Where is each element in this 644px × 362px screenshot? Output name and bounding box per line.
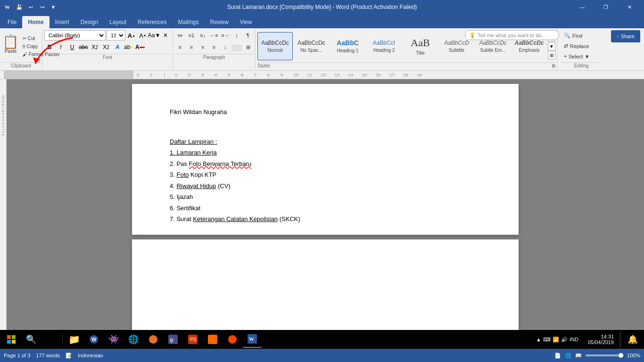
taskbar-app-8[interactable] bbox=[203, 331, 222, 348]
font-row-1: Calibri (Body) 11 A▲ A▼ Aa▼ ✕ bbox=[44, 30, 171, 41]
borders-btn[interactable]: ⊞ bbox=[243, 42, 253, 52]
multilevel-btn[interactable]: ≡↓ bbox=[198, 30, 208, 41]
style-title-label: Title bbox=[416, 50, 425, 56]
tab-review[interactable]: Review bbox=[204, 16, 234, 28]
taskbar-app-7[interactable]: PS bbox=[183, 331, 202, 348]
clear-formatting-btn[interactable]: ✕ bbox=[160, 30, 171, 41]
search-button[interactable]: 🔍 bbox=[22, 331, 41, 348]
underline-button[interactable]: U bbox=[67, 42, 77, 52]
document-page-2[interactable] bbox=[132, 239, 519, 334]
redo-qa-btn[interactable]: ↪ bbox=[37, 2, 47, 12]
page-info: Page 1 of 3 bbox=[4, 353, 30, 358]
tab-design[interactable]: Design bbox=[75, 16, 104, 28]
subscript-button[interactable]: X2 bbox=[90, 42, 100, 52]
task-view-button[interactable]: ⊟ bbox=[41, 331, 60, 348]
superscript-button[interactable]: X2 bbox=[101, 42, 111, 52]
tell-me-bar[interactable]: 💡 Tell me what you want to do... bbox=[465, 30, 559, 40]
paste-button[interactable]: 📋 Paste bbox=[2, 30, 19, 58]
font-grow-btn[interactable]: A▲ bbox=[126, 30, 137, 41]
decrease-indent-btn[interactable]: ←≡ bbox=[209, 30, 219, 41]
restore-btn[interactable]: ❐ bbox=[595, 0, 617, 14]
svg-point-15 bbox=[228, 335, 237, 344]
style-heading1[interactable]: AaBbC Heading 1 bbox=[330, 32, 365, 60]
increase-indent-btn[interactable]: ≡→ bbox=[220, 30, 231, 41]
tab-file[interactable]: File bbox=[2, 16, 22, 28]
tab-mailings[interactable]: Mailings bbox=[172, 16, 204, 28]
font-group: Calibri (Body) 11 A▲ A▼ Aa▼ ✕ B I U abc … bbox=[42, 29, 173, 69]
view-web-icon[interactable]: 🌐 bbox=[565, 353, 571, 359]
font-color-btn[interactable]: A bbox=[135, 42, 145, 52]
minimize-btn[interactable]: — bbox=[571, 0, 593, 14]
taskbar-app-6[interactable]: φ bbox=[164, 331, 182, 348]
style-normal-label: Normal bbox=[267, 48, 282, 53]
bullets-btn[interactable]: ≡• bbox=[175, 30, 185, 41]
tray-keyboard: ⌨ bbox=[543, 337, 551, 343]
style-normal[interactable]: AaBbCcDc Normal bbox=[257, 32, 293, 60]
tab-insert[interactable]: Insert bbox=[50, 16, 75, 28]
font-shrink-btn[interactable]: A▼ bbox=[138, 30, 148, 41]
styles-expand-icon[interactable]: ⊠ bbox=[552, 63, 555, 68]
align-center-btn[interactable]: ≡ bbox=[186, 42, 197, 52]
taskbar-app-5[interactable] bbox=[144, 331, 163, 348]
tray-show-hidden[interactable]: ▲ bbox=[536, 337, 541, 342]
text-effects-btn[interactable]: A bbox=[112, 42, 123, 52]
save-qa-btn[interactable]: 💾 bbox=[14, 2, 25, 12]
taskbar-app-4[interactable]: 🌐 bbox=[124, 331, 143, 348]
style-no-spacing[interactable]: AaBbCcDc No Spac... bbox=[294, 32, 329, 60]
list-item-5: 5. Ijazah bbox=[170, 192, 481, 202]
highlight-btn[interactable]: ab bbox=[124, 42, 134, 52]
show-desktop-btn[interactable] bbox=[619, 331, 621, 348]
font-size-select[interactable]: 11 bbox=[107, 30, 125, 41]
svg-point-9 bbox=[149, 335, 157, 344]
proofing-icon: 📝 bbox=[66, 353, 72, 359]
numbering-btn[interactable]: ≡1 bbox=[186, 30, 197, 41]
tray-network[interactable]: 📶 bbox=[553, 337, 559, 343]
line-spacing-btn[interactable]: ↕ bbox=[220, 42, 231, 52]
style-subtle-em-preview: AaBbCcDc bbox=[479, 40, 507, 46]
tray-volume[interactable]: 🔊 bbox=[561, 337, 568, 343]
font-family-select[interactable]: Calibri (Body) bbox=[44, 30, 106, 41]
find-button[interactable]: 🔍 Find bbox=[561, 31, 602, 40]
system-clock[interactable]: 14:31 05/04/2019 bbox=[584, 334, 618, 345]
horizontal-ruler: ·2· ·1· | ·1· ·2· ·3· ·4· ·5· ·6· ·7· ·8… bbox=[0, 71, 644, 79]
start-button[interactable] bbox=[2, 331, 21, 348]
taskbar-app-9[interactable] bbox=[223, 331, 242, 348]
italic-button[interactable]: I bbox=[56, 42, 66, 52]
bold-button[interactable]: B bbox=[44, 42, 55, 52]
styles-scroll-down[interactable]: ▼ bbox=[548, 42, 555, 50]
share-button[interactable]: ↑ Share bbox=[611, 30, 640, 42]
notifications-btn[interactable]: 🔔 bbox=[623, 331, 642, 348]
strikethrough-button[interactable]: abc bbox=[78, 42, 89, 52]
zoom-slider[interactable] bbox=[586, 354, 623, 356]
tab-references[interactable]: References bbox=[132, 16, 172, 28]
sort-btn[interactable]: ↕ bbox=[231, 30, 242, 41]
styles-more[interactable]: ⊞ bbox=[548, 51, 555, 59]
close-btn[interactable]: ✕ bbox=[619, 0, 640, 14]
align-left-btn[interactable]: ≡ bbox=[175, 42, 185, 52]
justify-btn[interactable]: ≡ bbox=[209, 42, 219, 52]
document-page-1[interactable]: Fikri Wildan Nugraha Daftar Lampiran : 1… bbox=[132, 84, 519, 235]
taskbar-word-active[interactable]: W bbox=[243, 331, 262, 348]
font-case-btn[interactable]: Aa▼ bbox=[149, 30, 159, 41]
svg-text:W: W bbox=[249, 336, 254, 342]
tab-layout[interactable]: Layout bbox=[104, 16, 132, 28]
align-right-btn[interactable]: ≡ bbox=[198, 42, 208, 52]
taskbar-app-2[interactable]: W bbox=[84, 331, 103, 348]
show-marks-btn[interactable]: ¶ bbox=[243, 30, 253, 41]
taskbar-right: ▲ ⌨ 📶 🔊 IND 14:31 05/04/2019 🔔 bbox=[532, 331, 642, 348]
style-title[interactable]: AaB Title bbox=[403, 32, 438, 60]
style-heading2[interactable]: AaBbCcI Heading 2 bbox=[366, 32, 402, 60]
taskbar-app-3[interactable]: 👾 bbox=[104, 331, 123, 348]
view-read-icon[interactable]: 📖 bbox=[575, 353, 582, 359]
undo-qa-btn[interactable]: ↩ bbox=[25, 2, 36, 12]
taskbar-file-explorer[interactable]: 📁 bbox=[65, 331, 83, 348]
tab-home[interactable]: Home bbox=[22, 16, 49, 28]
tab-view[interactable]: View bbox=[234, 16, 258, 28]
select-button[interactable]: ⌖ Select ▼ bbox=[561, 52, 602, 61]
view-print-icon[interactable]: 📄 bbox=[554, 353, 561, 359]
style-heading2-preview: AaBbCcI bbox=[373, 40, 395, 46]
document-scroll-area[interactable]: Fikri Wildan Nugraha Daftar Lampiran : 1… bbox=[7, 79, 644, 349]
qa-dropdown[interactable]: ▼ bbox=[48, 2, 58, 12]
shading-btn[interactable] bbox=[231, 45, 242, 51]
replace-button[interactable]: ⇄ Replace bbox=[561, 41, 602, 50]
